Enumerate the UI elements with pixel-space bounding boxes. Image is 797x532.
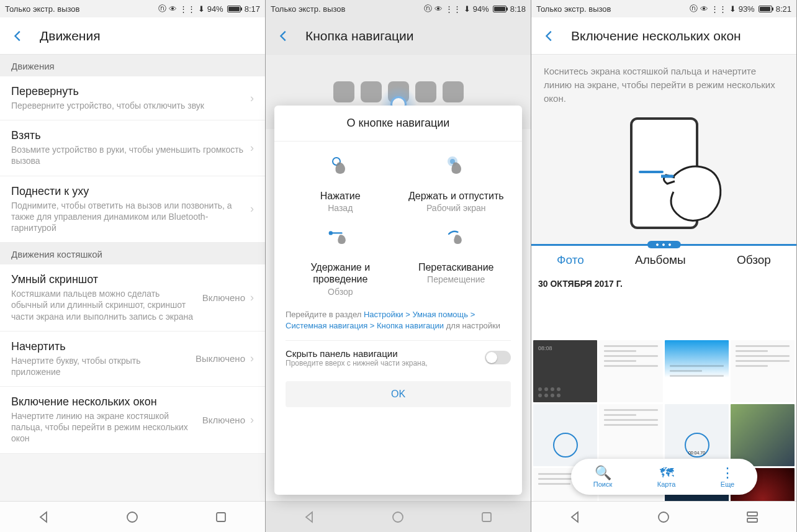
gallery-grid[interactable]: 30 ОКТЯБРЯ 2017 Г. 08:08 00:04.70 🔍 Поис… <box>531 274 796 501</box>
wifi-icon: ⋮⋮ <box>711 4 727 14</box>
nfc-icon: ⓝ <box>158 3 166 14</box>
tab-review[interactable]: Обзор <box>737 253 771 267</box>
clock: 8:21 <box>776 4 791 14</box>
gesture-drag: Перетаскивание Перемещение <box>402 227 511 296</box>
nav-back-icon[interactable] <box>35 508 53 526</box>
map-icon: 🗺 <box>657 466 675 480</box>
item-smart-screenshot[interactable]: Умный скриншот Костяшками пальцев можно … <box>0 264 265 331</box>
section-header-motions: Движения <box>0 55 265 76</box>
title-bar: Движения <box>0 17 265 55</box>
search-icon: 🔍 <box>593 466 612 480</box>
screen-multi-window: Только экстр. вызов ⓝ 👁 ⋮⋮ ⬇ 93% 8:21 Вк… <box>531 0 797 532</box>
gallery-thumb[interactable] <box>533 404 597 466</box>
carrier-label: Только экстр. вызов <box>271 4 345 14</box>
status-bar: Только экстр. вызов ⓝ 👁 ⋮⋮ ⬇ 94% 8:17 <box>0 0 265 17</box>
clock: 8:18 <box>510 4 526 14</box>
divider-handle-icon[interactable]: ● ● ● <box>647 241 680 248</box>
data-saver-icon: ⬇ <box>464 4 471 14</box>
nfc-icon: ⓝ <box>690 3 698 14</box>
item-pickup[interactable]: Взять Возьмите устройство в руки, чтобы … <box>0 120 265 176</box>
gallery-toolbar: 🔍 Поиск 🗺 Карта ⋮ Еще <box>571 459 757 495</box>
ok-button[interactable]: OK <box>286 381 511 407</box>
item-flip[interactable]: Перевернуть Переверните устройство, чтоб… <box>0 76 265 120</box>
status-value: Включено <box>202 292 245 303</box>
page-title: Включение нескольких окон <box>571 29 741 43</box>
chevron-right-icon: › <box>250 92 254 105</box>
eye-icon: 👁 <box>435 4 443 14</box>
svg-point-0 <box>127 512 137 522</box>
nfc-icon: ⓝ <box>424 3 432 14</box>
modal-title: О кнопке навигации <box>274 106 522 142</box>
hide-nav-switch[interactable] <box>485 351 511 364</box>
modal-note: Перейдите в раздел Настройки > Умная пом… <box>274 305 522 340</box>
clock: 8:17 <box>245 4 260 14</box>
battery-icon <box>759 6 772 12</box>
date-header: 30 ОКТЯБРЯ 2017 Г. <box>533 276 795 338</box>
gallery-thumb[interactable]: 08:08 <box>533 340 597 402</box>
nav-back-icon[interactable] <box>301 508 318 526</box>
back-icon[interactable] <box>10 28 26 44</box>
gallery-thumb[interactable] <box>599 340 663 402</box>
title-bar: Кнопка навигации <box>266 17 531 55</box>
gallery-thumb[interactable] <box>599 404 663 466</box>
nav-button-modal: О кнопке навигации Нажатие Назад Держать… <box>274 106 522 495</box>
svg-point-6 <box>393 512 403 522</box>
tab-albums[interactable]: Альбомы <box>635 253 686 267</box>
wifi-icon: ⋮⋮ <box>445 4 461 14</box>
chevron-right-icon: › <box>250 202 254 215</box>
title-bar: Включение нескольких окон <box>531 17 796 55</box>
svg-point-8 <box>659 512 669 522</box>
battery-icon <box>227 6 241 12</box>
nav-recent-icon[interactable] <box>212 508 230 526</box>
eye-icon: 👁 <box>700 4 708 14</box>
gallery-thumb[interactable] <box>665 340 729 402</box>
status-bar: Только экстр. вызов ⓝ 👁 ⋮⋮ ⬇ 93% 8:21 <box>531 0 796 17</box>
screen-motions: Только экстр. вызов ⓝ 👁 ⋮⋮ ⬇ 94% 8:17 Дв… <box>0 0 266 532</box>
nav-split-icon[interactable] <box>744 508 761 526</box>
system-nav-bar <box>531 501 796 532</box>
item-draw-letter[interactable]: Начертить Начертите букву, чтобы открыть… <box>0 331 265 387</box>
gesture-tap: Нажатие Назад <box>286 155 395 213</box>
hide-nav-toggle-row: Скрыть панель навигации Проведите вверх … <box>286 340 511 375</box>
status-bar: Только экстр. вызов ⓝ 👁 ⋮⋮ ⬇ 94% 8:18 <box>266 0 531 17</box>
nav-home-icon[interactable] <box>124 508 141 526</box>
svg-rect-7 <box>482 513 491 521</box>
back-icon[interactable] <box>276 28 292 44</box>
knuckle-draw-illustration <box>531 111 796 241</box>
data-saver-icon: ⬇ <box>729 4 736 14</box>
battery-pct: 93% <box>739 4 755 14</box>
gallery-thumb[interactable]: 00:04.70 <box>665 404 729 466</box>
chevron-right-icon: › <box>250 352 254 365</box>
battery-pct: 94% <box>473 4 489 14</box>
multi-window-description: Коснитесь экрана костяшкой пальца и наче… <box>531 55 796 111</box>
wifi-icon: ⋮⋮ <box>179 4 196 14</box>
gallery-thumb[interactable] <box>731 404 795 466</box>
back-icon[interactable] <box>541 28 557 44</box>
gesture-hold-swipe: Удержание и проведение Обзор <box>286 227 395 296</box>
system-nav-bar <box>0 501 265 532</box>
nav-back-icon[interactable] <box>567 508 584 526</box>
chevron-right-icon: › <box>250 142 254 155</box>
nav-recent-icon[interactable] <box>478 508 495 526</box>
carrier-label: Только экстр. вызов <box>536 4 611 14</box>
gesture-hold-release: Держать и отпустить Рабочий экран <box>402 155 511 213</box>
gallery-tabs: Фото Альбомы Обзор <box>531 246 796 274</box>
section-header-knuckle: Движения костяшкой <box>0 243 265 264</box>
toolbar-map[interactable]: 🗺 Карта <box>657 466 675 488</box>
tab-photos[interactable]: Фото <box>557 253 584 267</box>
toolbar-more[interactable]: ⋮ Еще <box>721 466 734 488</box>
nav-home-icon[interactable] <box>655 508 672 526</box>
status-value: Выключено <box>196 353 245 364</box>
toolbar-search[interactable]: 🔍 Поиск <box>593 466 612 488</box>
item-raise-to-ear[interactable]: Поднести к уху Поднимите, чтобы ответить… <box>0 176 265 243</box>
chevron-right-icon: › <box>250 413 254 426</box>
more-icon: ⋮ <box>721 466 734 480</box>
svg-rect-10 <box>747 518 757 522</box>
svg-rect-9 <box>747 512 757 516</box>
gallery-thumb[interactable] <box>731 340 795 402</box>
screen-nav-button: Только экстр. вызов ⓝ 👁 ⋮⋮ ⬇ 94% 8:18 Кн… <box>266 0 531 532</box>
page-title: Движения <box>40 29 101 43</box>
nav-home-icon[interactable] <box>389 508 407 526</box>
item-multi-window[interactable]: Включение нескольких окон Начертите лини… <box>0 387 265 454</box>
status-value: Включено <box>202 415 245 425</box>
